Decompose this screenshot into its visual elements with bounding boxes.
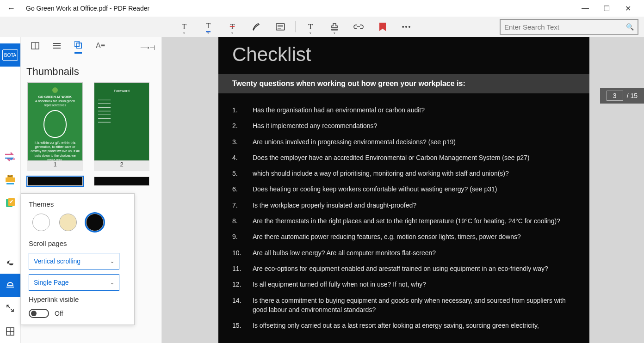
scroll-mode-select[interactable]: Vertical scrolling⌄ [29,253,119,270]
list-item: 7.Is the workplace properly insulated an… [232,201,576,210]
tab-outline[interactable] [53,43,61,53]
question-list: 1.Has the organisation had an environmen… [218,93,589,330]
total-pages: / 15 [627,92,638,99]
link-tool[interactable] [347,18,371,36]
list-item: 2.Has it implemented any recommendations… [232,121,576,130]
ink-tool[interactable] [244,18,268,36]
chevron-down-icon: ⌄ [110,258,114,264]
list-item: 12. Is all equipment turned off fully wh… [232,280,576,289]
more-tools[interactable]: ••• [395,18,419,36]
undo-redo-icon[interactable] [0,145,20,168]
tab-thumbnails[interactable] [74,41,82,54]
toggle-state-label: Off [55,310,63,317]
chevron-down-icon: ⌄ [110,280,114,286]
document-area[interactable]: Checklist Twenty questions when working … [162,37,644,343]
view-settings-popup: Themes Scroll pages Vertical scrolling⌄ … [21,193,135,325]
panel-title: Thumbnails [21,58,161,82]
theme-light[interactable] [32,214,50,231]
section-header: Twenty questions when working out how gr… [218,74,589,93]
list-item: 3.Are unions involved in progressing env… [232,137,576,147]
grid-view-icon[interactable] [0,320,20,343]
annotation-toolbar: T T T T ••• 🔍 [0,17,644,37]
stamp-tool[interactable] [322,18,347,36]
pdf-page: Checklist Twenty questions when working … [218,37,589,343]
current-page-input[interactable]: 3 [607,91,623,101]
list-item: 14. Is there a commitment to buying equi… [232,296,576,315]
tab-bookmarks[interactable] [31,42,39,53]
svg-text:FAX: FAX [8,175,12,178]
page-number-widget[interactable]: 3 / 15 [600,88,644,104]
theme-dark[interactable] [86,214,104,231]
back-button[interactable]: ← [6,4,17,13]
minimize-button[interactable]: — [575,4,596,12]
thumbnail-4[interactable] [91,177,152,186]
bota-button[interactable]: BOTA [0,43,20,67]
bookmark-tool[interactable] [371,18,395,36]
left-rail: BOTA FAX [0,37,20,343]
bookmark-icon [379,23,386,31]
maximize-button[interactable]: ☐ [596,4,617,13]
title-bar: ← Go Green Work at Office.pdf - PDF Read… [0,0,644,17]
page-mode-select[interactable]: Single Page⌄ [29,274,119,291]
list-item: 9.Are there automatic power reducing fea… [232,232,576,241]
thumbnail-1[interactable]: GO GREEN AT WORKA handbook for union gre… [25,82,86,171]
search-box[interactable]: 🔍 [500,19,638,35]
thumbnail-grid: GO GREEN AT WORKA handbook for union gre… [21,82,161,186]
thumbnail-3[interactable] [25,177,86,186]
search-icon[interactable]: 🔍 [626,23,634,31]
view-settings-icon[interactable] [0,274,20,297]
themes-label: Themes [29,200,127,208]
text-tool[interactable]: T [298,18,322,36]
list-item: 6.Does heating or cooling keep workers c… [232,184,576,194]
window-title: Go Green Work at Office.pdf - PDF Reader [26,5,149,12]
list-item: 1.Has the organisation had an environmen… [232,105,576,115]
theme-sepia[interactable] [59,214,77,231]
forms-icon[interactable] [0,191,20,214]
svg-rect-7 [6,183,14,184]
night-mode-icon[interactable] [0,251,20,274]
pin-panel-icon[interactable]: ⟶⊣ [140,44,155,51]
fullscreen-icon[interactable] [0,297,20,320]
note-tool[interactable] [268,18,292,36]
strikethrough-tool[interactable]: T [220,18,244,36]
fax-icon[interactable]: FAX [0,168,20,191]
search-input[interactable] [504,23,626,31]
theme-swatches [29,214,127,231]
hyperlink-label: Hyperlink visible [29,295,127,303]
scroll-label: Scroll pages [29,239,127,247]
svg-rect-4 [6,178,15,182]
highlight-tool[interactable]: T [172,18,196,36]
list-item: 11. Are eco-options for equipment enable… [232,264,576,273]
hyperlink-toggle[interactable] [29,309,49,318]
page-title: Checklist [218,37,589,74]
thumbnail-2[interactable]: Foreword━━━━━━━━━━━━━━━━━━━━━━━━━━━━━━━━… [91,82,152,171]
list-item: 4. Does the employer have an accredited … [232,153,576,162]
side-panel: A≡ ⟶⊣ Thumbnails GO GREEN AT WORKA handb… [20,37,162,343]
close-button[interactable]: ✕ [617,4,638,13]
underline-tool[interactable]: T [196,18,220,36]
panel-tabs: A≡ ⟶⊣ [21,37,161,58]
list-item: 15. Is offsetting only carried out as a … [232,321,576,330]
list-item: 8. Are the thermostats in the right plac… [232,216,576,226]
list-item: 5.which should include a way of prioriti… [232,169,576,178]
tab-annotations[interactable]: A≡ [96,42,105,54]
list-item: 10. Are all bulbs low energy? Are all co… [232,248,576,257]
